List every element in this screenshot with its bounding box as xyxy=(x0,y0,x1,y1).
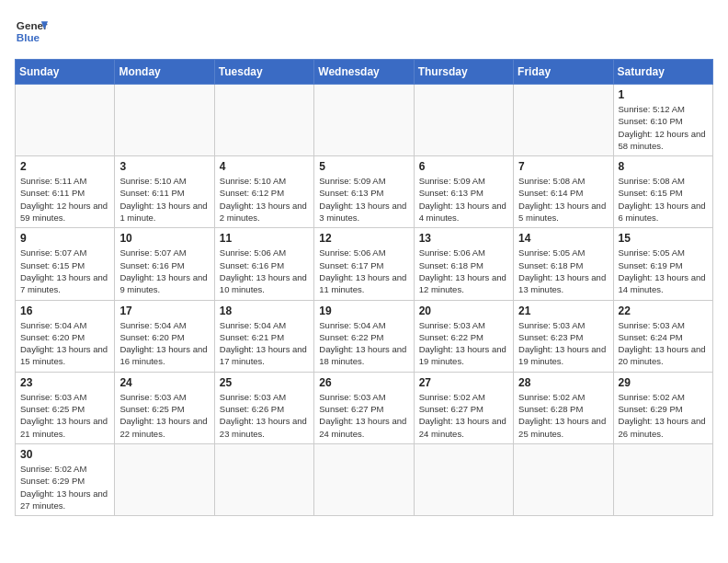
day-number: 25 xyxy=(220,376,309,389)
calendar-cell xyxy=(514,443,613,515)
calendar-cell: 3Sunrise: 5:10 AM Sunset: 6:11 PM Daylig… xyxy=(115,156,214,228)
day-info: Sunrise: 5:04 AM Sunset: 6:20 PM Dayligh… xyxy=(20,319,109,368)
day-number: 14 xyxy=(518,232,608,245)
day-number: 24 xyxy=(119,376,209,389)
day-info: Sunrise: 5:10 AM Sunset: 6:12 PM Dayligh… xyxy=(220,175,309,224)
calendar-week-2: 2Sunrise: 5:11 AM Sunset: 6:11 PM Daylig… xyxy=(16,156,713,228)
calendar-cell: 20Sunrise: 5:03 AM Sunset: 6:22 PM Dayli… xyxy=(414,300,513,372)
calendar-week-6: 30Sunrise: 5:02 AM Sunset: 6:29 PM Dayli… xyxy=(16,443,713,515)
day-info: Sunrise: 5:09 AM Sunset: 6:13 PM Dayligh… xyxy=(419,175,508,224)
calendar-cell xyxy=(16,85,115,156)
day-number: 20 xyxy=(419,304,508,317)
calendar-cell: 25Sunrise: 5:03 AM Sunset: 6:26 PM Dayli… xyxy=(214,372,313,443)
day-number: 8 xyxy=(619,160,708,173)
day-info: Sunrise: 5:02 AM Sunset: 6:28 PM Dayligh… xyxy=(518,391,608,440)
weekday-header-sunday: Sunday xyxy=(16,60,115,85)
calendar-cell: 10Sunrise: 5:07 AM Sunset: 6:16 PM Dayli… xyxy=(115,228,214,300)
calendar-cell: 29Sunrise: 5:02 AM Sunset: 6:29 PM Dayli… xyxy=(613,372,712,443)
calendar-cell: 7Sunrise: 5:08 AM Sunset: 6:14 PM Daylig… xyxy=(514,156,613,228)
day-number: 18 xyxy=(220,304,309,317)
calendar-cell: 19Sunrise: 5:04 AM Sunset: 6:22 PM Dayli… xyxy=(314,300,414,372)
day-info: Sunrise: 5:03 AM Sunset: 6:24 PM Dayligh… xyxy=(619,319,708,368)
day-number: 28 xyxy=(518,376,608,389)
calendar-cell: 6Sunrise: 5:09 AM Sunset: 6:13 PM Daylig… xyxy=(414,156,513,228)
day-info: Sunrise: 5:03 AM Sunset: 6:26 PM Dayligh… xyxy=(220,391,309,440)
calendar-cell xyxy=(115,443,214,515)
day-number: 9 xyxy=(20,232,109,245)
day-number: 19 xyxy=(319,304,408,317)
calendar-cell xyxy=(314,85,414,156)
calendar-cell xyxy=(414,443,513,515)
day-info: Sunrise: 5:06 AM Sunset: 6:16 PM Dayligh… xyxy=(220,247,309,295)
calendar-cell xyxy=(115,85,214,156)
day-number: 17 xyxy=(119,304,209,317)
day-number: 15 xyxy=(619,232,708,245)
day-info: Sunrise: 5:08 AM Sunset: 6:14 PM Dayligh… xyxy=(518,175,608,224)
calendar-cell xyxy=(414,85,513,156)
day-number: 7 xyxy=(518,160,608,173)
weekday-header-friday: Friday xyxy=(514,60,613,85)
calendar-cell: 18Sunrise: 5:04 AM Sunset: 6:21 PM Dayli… xyxy=(214,300,313,372)
calendar-cell: 16Sunrise: 5:04 AM Sunset: 6:20 PM Dayli… xyxy=(16,300,115,372)
day-info: Sunrise: 5:03 AM Sunset: 6:25 PM Dayligh… xyxy=(20,391,109,440)
day-number: 22 xyxy=(619,304,708,317)
day-number: 10 xyxy=(119,232,209,245)
calendar-cell xyxy=(214,85,313,156)
calendar-cell: 4Sunrise: 5:10 AM Sunset: 6:12 PM Daylig… xyxy=(214,156,313,228)
calendar-cell xyxy=(514,85,613,156)
weekday-header-wednesday: Wednesday xyxy=(314,60,414,85)
day-info: Sunrise: 5:06 AM Sunset: 6:18 PM Dayligh… xyxy=(419,247,508,295)
day-info: Sunrise: 5:04 AM Sunset: 6:21 PM Dayligh… xyxy=(220,319,309,368)
day-info: Sunrise: 5:07 AM Sunset: 6:15 PM Dayligh… xyxy=(20,247,109,295)
logo-icon: General Blue xyxy=(15,15,48,48)
day-info: Sunrise: 5:03 AM Sunset: 6:25 PM Dayligh… xyxy=(119,391,209,440)
weekday-header-monday: Monday xyxy=(115,60,214,85)
day-info: Sunrise: 5:03 AM Sunset: 6:22 PM Dayligh… xyxy=(419,319,508,368)
day-number: 3 xyxy=(119,160,209,173)
calendar-cell xyxy=(214,443,313,515)
day-info: Sunrise: 5:10 AM Sunset: 6:11 PM Dayligh… xyxy=(119,175,209,224)
day-info: Sunrise: 5:03 AM Sunset: 6:27 PM Dayligh… xyxy=(319,391,408,440)
calendar-week-5: 23Sunrise: 5:03 AM Sunset: 6:25 PM Dayli… xyxy=(16,372,713,443)
calendar-cell xyxy=(613,443,712,515)
calendar-table: SundayMondayTuesdayWednesdayThursdayFrid… xyxy=(15,59,713,516)
calendar-cell: 1Sunrise: 5:12 AM Sunset: 6:10 PM Daylig… xyxy=(613,85,712,156)
calendar-cell: 23Sunrise: 5:03 AM Sunset: 6:25 PM Dayli… xyxy=(16,372,115,443)
calendar-cell: 21Sunrise: 5:03 AM Sunset: 6:23 PM Dayli… xyxy=(514,300,613,372)
calendar-cell: 17Sunrise: 5:04 AM Sunset: 6:20 PM Dayli… xyxy=(115,300,214,372)
day-info: Sunrise: 5:02 AM Sunset: 6:29 PM Dayligh… xyxy=(619,391,708,440)
weekday-header-row: SundayMondayTuesdayWednesdayThursdayFrid… xyxy=(16,60,713,85)
calendar-cell: 24Sunrise: 5:03 AM Sunset: 6:25 PM Dayli… xyxy=(115,372,214,443)
calendar-cell: 5Sunrise: 5:09 AM Sunset: 6:13 PM Daylig… xyxy=(314,156,414,228)
day-number: 23 xyxy=(20,376,109,389)
day-number: 30 xyxy=(20,448,109,461)
calendar-cell xyxy=(314,443,414,515)
day-number: 2 xyxy=(20,160,109,173)
day-number: 6 xyxy=(419,160,508,173)
day-info: Sunrise: 5:05 AM Sunset: 6:19 PM Dayligh… xyxy=(619,247,708,295)
day-info: Sunrise: 5:02 AM Sunset: 6:29 PM Dayligh… xyxy=(20,463,109,511)
weekday-header-thursday: Thursday xyxy=(414,60,513,85)
day-number: 12 xyxy=(319,232,408,245)
calendar-cell: 15Sunrise: 5:05 AM Sunset: 6:19 PM Dayli… xyxy=(613,228,712,300)
day-number: 13 xyxy=(419,232,508,245)
calendar-cell: 26Sunrise: 5:03 AM Sunset: 6:27 PM Dayli… xyxy=(314,372,414,443)
day-info: Sunrise: 5:12 AM Sunset: 6:10 PM Dayligh… xyxy=(619,103,708,152)
calendar-cell: 13Sunrise: 5:06 AM Sunset: 6:18 PM Dayli… xyxy=(414,228,513,300)
calendar-week-1: 1Sunrise: 5:12 AM Sunset: 6:10 PM Daylig… xyxy=(16,85,713,156)
day-info: Sunrise: 5:02 AM Sunset: 6:27 PM Dayligh… xyxy=(419,391,508,440)
day-number: 29 xyxy=(619,376,708,389)
day-number: 27 xyxy=(419,376,508,389)
day-info: Sunrise: 5:07 AM Sunset: 6:16 PM Dayligh… xyxy=(119,247,209,295)
day-number: 21 xyxy=(518,304,608,317)
day-number: 4 xyxy=(220,160,309,173)
day-info: Sunrise: 5:03 AM Sunset: 6:23 PM Dayligh… xyxy=(518,319,608,368)
day-info: Sunrise: 5:11 AM Sunset: 6:11 PM Dayligh… xyxy=(20,175,109,224)
day-info: Sunrise: 5:08 AM Sunset: 6:15 PM Dayligh… xyxy=(619,175,708,224)
day-number: 26 xyxy=(319,376,408,389)
day-number: 11 xyxy=(220,232,309,245)
weekday-header-saturday: Saturday xyxy=(613,60,712,85)
day-info: Sunrise: 5:05 AM Sunset: 6:18 PM Dayligh… xyxy=(518,247,608,295)
calendar-cell: 12Sunrise: 5:06 AM Sunset: 6:17 PM Dayli… xyxy=(314,228,414,300)
calendar-cell: 28Sunrise: 5:02 AM Sunset: 6:28 PM Dayli… xyxy=(514,372,613,443)
